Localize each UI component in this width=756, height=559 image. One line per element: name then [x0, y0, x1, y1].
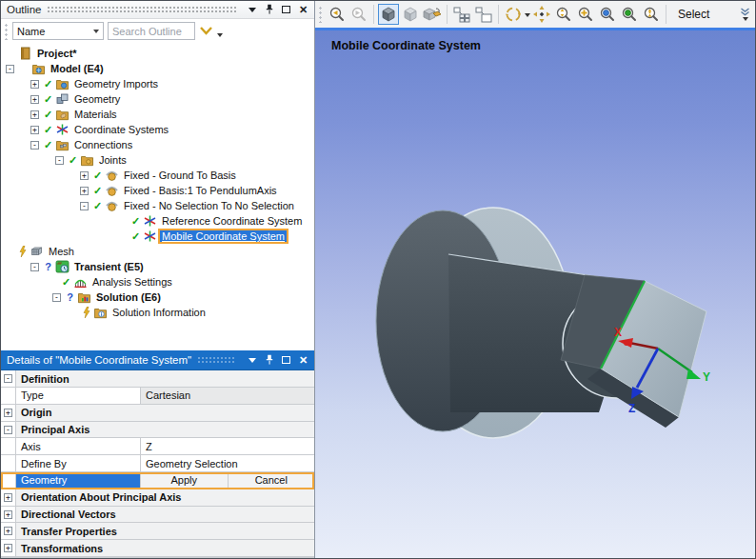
expand-search-chevron-icon[interactable] — [199, 26, 213, 36]
zoom-to-selection-icon[interactable] — [619, 4, 640, 25]
rotate-options-dropdown-icon[interactable] — [525, 13, 530, 17]
panel-menu-dropdown-icon[interactable] — [245, 3, 259, 17]
expand-icon[interactable] — [4, 544, 12, 552]
left-panel: Outline Name Project* — [1, 1, 315, 558]
previous-zoom-icon[interactable] — [641, 4, 662, 25]
expand-icon[interactable] — [30, 80, 39, 89]
expand-icon[interactable] — [4, 409, 12, 417]
analysis-settings-icon — [73, 275, 88, 289]
cancel-button[interactable]: Cancel — [229, 472, 315, 489]
expand-icon[interactable] — [80, 187, 89, 195]
details-group-orientation[interactable]: Orientation About Principal Axis — [1, 489, 314, 507]
expand-icon[interactable] — [80, 171, 89, 180]
3d-viewport[interactable]: X Y Z Mobile Coordinate System — [315, 28, 755, 558]
3d-model-pendulum-geometry: X Y Z — [315, 28, 755, 557]
tree-item-model[interactable]: Model (E4) — [1, 61, 314, 76]
coordinate-system-icon — [143, 214, 157, 228]
maximize-icon[interactable] — [279, 3, 293, 17]
tree-item-joints[interactable]: Joints — [1, 152, 314, 168]
maximize-icon[interactable] — [279, 353, 293, 368]
collapse-icon[interactable] — [6, 65, 14, 73]
close-icon[interactable] — [296, 353, 310, 368]
tree-item-mesh[interactable]: Mesh — [1, 244, 314, 259]
tree-item-materials[interactable]: Materials — [1, 107, 314, 122]
joints-folder-icon — [80, 153, 94, 167]
toolbar-drag-handle[interactable] — [318, 6, 323, 23]
collapse-icon[interactable] — [55, 156, 64, 165]
geometry-field[interactable]: Geometry — [16, 472, 141, 489]
box-zoom-icon[interactable] — [575, 4, 596, 25]
shaded-exterior-edges-icon[interactable] — [378, 4, 399, 25]
pin-icon[interactable] — [262, 3, 276, 17]
zoom-icon[interactable] — [553, 4, 574, 25]
chevron-down-icon — [93, 30, 99, 33]
shaded-exterior-icon[interactable] — [400, 4, 421, 25]
search-options-dropdown-icon[interactable] — [217, 33, 223, 37]
tree-item-project[interactable]: Project* — [1, 46, 314, 61]
tree-item-reference-coordinate-system[interactable]: Reference Coordinate System — [1, 213, 314, 229]
tree-item-transient[interactable]: Transient (E5) — [1, 259, 314, 274]
details-group-transfer-properties[interactable]: Transfer Properties — [1, 523, 314, 540]
coordinate-systems-icon — [55, 123, 70, 136]
expand-icon[interactable] — [4, 510, 12, 519]
collapse-icon[interactable] — [30, 141, 39, 150]
tree-item-solution-information[interactable]: Solution Information — [1, 305, 314, 320]
search-outline-input[interactable] — [108, 22, 195, 40]
expand-icon[interactable] — [30, 95, 39, 104]
expand-icon[interactable] — [4, 527, 12, 535]
collapse-icon[interactable] — [4, 426, 12, 434]
collapse-icon[interactable] — [80, 202, 89, 210]
section-display-icon[interactable] — [422, 4, 443, 25]
details-group-definition[interactable]: Definition — [1, 370, 314, 388]
zoom-forward-icon[interactable] — [348, 4, 369, 25]
tree-item-geometry[interactable]: Geometry — [1, 91, 314, 107]
tree-item-coordinate-systems[interactable]: Coordinate Systems — [1, 122, 314, 137]
collapse-icon[interactable] — [30, 263, 39, 271]
details-group-origin[interactable]: Origin — [1, 405, 314, 422]
expand-icon[interactable] — [30, 126, 39, 134]
axis-value-dropdown[interactable]: Z — [141, 438, 314, 454]
define-by-dropdown[interactable]: Geometry Selection — [141, 455, 314, 471]
details-row-define-by: Define By Geometry Selection — [1, 455, 314, 472]
close-icon[interactable] — [296, 3, 310, 17]
expand-icon[interactable] — [4, 493, 12, 502]
rotate-icon[interactable] — [503, 4, 524, 25]
collapse-icon[interactable] — [52, 293, 61, 302]
pan-icon[interactable] — [531, 4, 552, 25]
tree-item-fixed-basis-to-pendulumaxis[interactable]: Fixed - Basis:1 To PendulumAxis — [1, 183, 314, 198]
pin-icon[interactable] — [262, 353, 276, 368]
toolbar-overflow-icon[interactable] — [740, 8, 752, 21]
solution-information-icon — [93, 306, 108, 319]
select-mode-label[interactable]: Select — [678, 8, 709, 21]
zoom-fit-icon[interactable] — [597, 4, 618, 25]
multi-viewport-icon[interactable] — [451, 4, 472, 25]
expand-icon[interactable] — [30, 110, 39, 119]
tree-item-fixed-ground-to-basis[interactable]: Fixed - Ground To Basis — [1, 168, 314, 183]
tree-item-fixed-no-selection[interactable]: Fixed - No Selection To No Selection — [1, 198, 314, 213]
apply-button[interactable]: Apply — [141, 472, 229, 489]
single-viewport-icon[interactable] — [473, 4, 494, 25]
tree-item-solution[interactable]: Solution (E6) — [1, 289, 314, 305]
joint-icon — [105, 169, 119, 182]
tree-item-mobile-coordinate-system[interactable]: Mobile Coordinate System — [1, 229, 314, 244]
graphics-toolbar: Select — [315, 1, 755, 28]
outline-title: Outline — [7, 4, 41, 15]
tree-item-geometry-imports[interactable]: Geometry Imports — [1, 76, 314, 91]
toolbar-options-dropdown-icon[interactable] — [743, 17, 748, 21]
details-group-transformations[interactable]: Transformations — [1, 540, 314, 557]
panel-menu-dropdown-icon[interactable] — [245, 353, 259, 368]
joint-icon — [105, 184, 119, 197]
tree-item-connections[interactable]: Connections — [1, 137, 314, 152]
check-icon — [92, 186, 103, 196]
name-filter-dropdown[interactable]: Name — [12, 22, 104, 40]
collapse-icon[interactable] — [4, 374, 12, 383]
check-icon — [43, 125, 53, 135]
check-icon — [43, 110, 53, 120]
tree-item-analysis-settings[interactable]: Analysis Settings — [1, 274, 314, 289]
drag-handle[interactable] — [4, 23, 9, 40]
details-title: Details of "Mobile Coordinate System" — [7, 354, 191, 366]
details-group-directional-vectors[interactable]: Directional Vectors — [1, 507, 314, 524]
zoom-back-icon[interactable] — [327, 4, 348, 25]
outline-tree: Project* Model (E4) Geometry Imports Geo… — [1, 43, 314, 350]
details-group-principal-axis[interactable]: Principal Axis — [1, 422, 314, 439]
